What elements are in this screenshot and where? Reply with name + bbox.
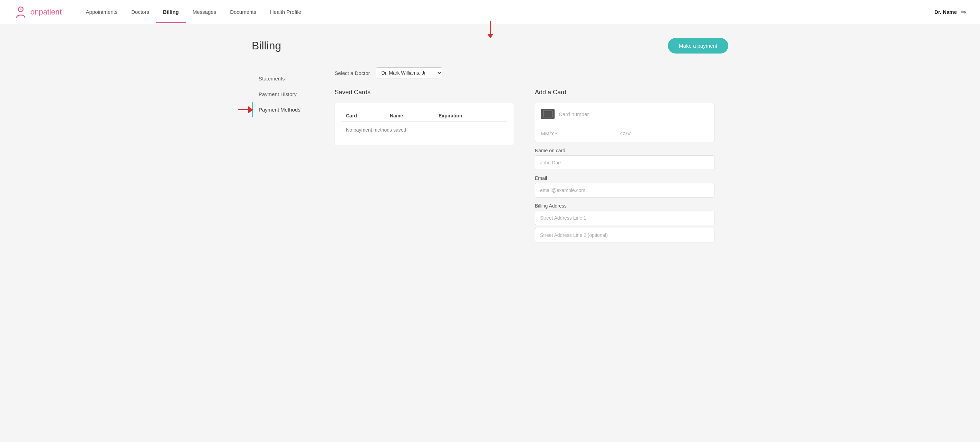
cvv-input[interactable] (620, 130, 686, 137)
card-input-box (535, 103, 714, 142)
nav-links: Appointments Doctors Billing Messages Do… (79, 1, 934, 23)
nav-appointments[interactable]: Appointments (79, 1, 125, 23)
street-address-1-input[interactable] (535, 211, 714, 225)
street-address-2-input[interactable] (535, 228, 714, 242)
logo-text: onpatient (30, 8, 62, 17)
sidebar: Statements Payment History Payment Metho… (252, 67, 321, 248)
doctor-select-label: Select a Doctor (335, 70, 370, 76)
table-empty-row: No payment methods saved (342, 122, 507, 138)
card-number-row (541, 109, 709, 125)
nav-health-profile[interactable]: Health Profile (263, 1, 308, 23)
doctor-select-row: Select a Doctor Dr. Mark Williams, Jr (335, 67, 714, 78)
card-number-input[interactable] (559, 111, 709, 117)
user-name: Dr. Name (934, 9, 957, 15)
card-chip-lines (543, 110, 552, 118)
billing-address-group: Billing Address (535, 203, 714, 242)
nav-user: Dr. Name ⇒ (934, 8, 966, 16)
navbar: onpatient Appointments Doctors Billing M… (0, 0, 980, 24)
col-expiration: Expiration (434, 110, 507, 122)
name-on-card-label: Name on card (535, 148, 714, 153)
svg-point-1 (20, 8, 22, 10)
nav-billing[interactable]: Billing (156, 1, 186, 23)
sidebar-item-payment-methods[interactable]: Payment Methods (252, 102, 321, 118)
nav-doctors[interactable]: Doctors (124, 1, 156, 23)
saved-cards-column: Saved Cards Card Name Expiration (335, 89, 514, 156)
expiry-cvv-row (541, 130, 709, 137)
col-card: Card (342, 110, 386, 122)
doctor-select[interactable]: Dr. Mark Williams, Jr (376, 67, 442, 78)
cards-table: Card Name Expiration No payment methods … (342, 110, 507, 138)
page-container: Billing Make a payment Statements Paymen… (231, 24, 749, 262)
content-layout: Statements Payment History Payment Metho… (252, 67, 728, 248)
logo[interactable]: onpatient (14, 5, 62, 19)
email-input[interactable] (535, 183, 714, 197)
expiry-input[interactable] (541, 130, 606, 137)
sidebar-arrow (238, 107, 253, 113)
make-payment-button[interactable]: Make a payment (668, 38, 728, 54)
sidebar-item-payment-history[interactable]: Payment History (252, 86, 321, 102)
logo-icon (14, 5, 28, 19)
no-methods-message: No payment methods saved (342, 122, 507, 138)
add-card-section: Add a Card (535, 89, 714, 248)
saved-cards-section: Card Name Expiration No payment methods … (335, 103, 514, 145)
nav-messages[interactable]: Messages (186, 1, 223, 23)
col-name: Name (386, 110, 434, 122)
name-on-card-input[interactable] (535, 156, 714, 170)
page-header: Billing Make a payment (252, 38, 728, 54)
email-label: Email (535, 175, 714, 181)
page-title: Billing (252, 39, 281, 52)
sidebar-item-statements[interactable]: Statements (252, 71, 321, 86)
nav-documents[interactable]: Documents (223, 1, 263, 23)
billing-columns: Saved Cards Card Name Expiration (335, 89, 714, 248)
email-group: Email (535, 175, 714, 197)
main-content: Select a Doctor Dr. Mark Williams, Jr Sa… (321, 67, 728, 248)
name-on-card-group: Name on card (535, 148, 714, 170)
card-chip-icon (541, 109, 555, 119)
logout-icon[interactable]: ⇒ (961, 8, 966, 16)
billing-address-label: Billing Address (535, 203, 714, 208)
saved-cards-title: Saved Cards (335, 89, 514, 96)
add-card-title: Add a Card (535, 89, 714, 96)
table-header-row: Card Name Expiration (342, 110, 507, 122)
